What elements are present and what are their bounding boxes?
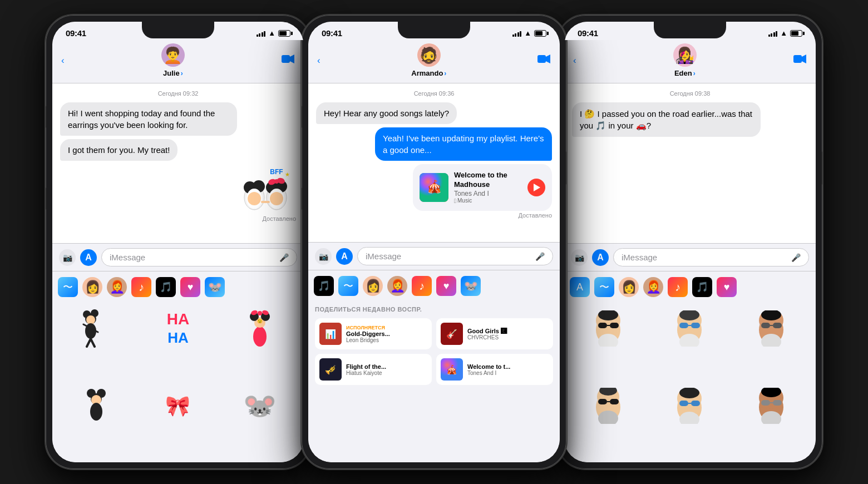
app-icon-waveform[interactable]: 〜	[594, 277, 614, 297]
memoji-item[interactable]	[652, 306, 729, 350]
message-input[interactable]: iMessage 🎤	[357, 247, 553, 265]
app-icon-waveform[interactable]: 〜	[58, 277, 78, 297]
app-icon-music[interactable]: ♪	[131, 277, 151, 297]
app-icon-appstore[interactable]: A	[570, 277, 590, 297]
music-panel-item[interactable]: 🎺 Flight of the... Hiatus Kaiyote	[315, 354, 432, 385]
timestamp: Сегодня 09:36	[316, 90, 552, 97]
play-button[interactable]	[527, 179, 545, 196]
sticker-item[interactable]	[58, 384, 135, 428]
app-icon-memoji1[interactable]: 👩	[363, 276, 383, 296]
sticker-item[interactable]	[58, 306, 135, 350]
svg-rect-66	[679, 323, 688, 328]
chevron-right-icon: ›	[693, 70, 696, 77]
music-grid: 📊 ИСПОЛНЯЕТСЯ Gold-Diggers... Leon Bridg…	[315, 318, 553, 385]
app-icon-music[interactable]: ♪	[668, 277, 688, 297]
music-artist-2: CHVRCHES	[467, 334, 549, 340]
camera-button[interactable]: 📷	[571, 249, 588, 266]
app-icon-memoji2[interactable]: 👩‍🦰	[107, 277, 127, 297]
apps-button[interactable]: A	[336, 248, 353, 265]
video-call-button[interactable]	[537, 54, 551, 67]
apps-button[interactable]: A	[80, 249, 97, 266]
app-icon-vinyl[interactable]: 🎵	[692, 277, 712, 297]
apps-button[interactable]: A	[592, 249, 609, 266]
svg-rect-53	[793, 55, 802, 63]
status-time: 09:41	[66, 28, 86, 38]
svg-rect-75	[773, 323, 782, 328]
phone-armando: 09:41 ▲ ‹	[300, 14, 568, 470]
svg-text:🎺: 🎺	[325, 364, 336, 375]
status-icons: ▲	[768, 29, 802, 37]
music-panel: ПОДЕЛИТЬСЯ НЕДАВНО ВОСПР. 📊 ИС	[308, 299, 560, 462]
message-input[interactable]: iMessage 🎤	[613, 248, 809, 266]
input-placeholder: iMessage	[110, 253, 145, 262]
back-button[interactable]: ‹	[317, 55, 320, 66]
message-input[interactable]: iMessage 🎤	[101, 248, 297, 266]
music-source:  Music	[454, 197, 522, 204]
status-icons: ▲	[257, 29, 290, 37]
music-art-4: 🎪	[441, 358, 463, 381]
video-call-button[interactable]	[793, 54, 807, 67]
app-icon-memoji2[interactable]: 👩‍🦰	[387, 276, 407, 296]
svg-marker-1	[290, 55, 294, 63]
app-icon-mickey[interactable]: 🐭	[461, 276, 481, 296]
app-icon-heart[interactable]: ♥	[717, 277, 737, 297]
back-button[interactable]: ‹	[61, 55, 65, 66]
app-icon-memoji1[interactable]: 👩	[82, 277, 102, 297]
svg-rect-67	[691, 323, 700, 328]
input-placeholder: iMessage	[366, 251, 401, 261]
sticker-message: BFF ★ Доставлено	[235, 164, 296, 222]
contact-name: Eden ›	[674, 69, 696, 77]
memoji-item[interactable]	[570, 306, 647, 350]
camera-button[interactable]: 📷	[315, 248, 332, 265]
app-icon-heart[interactable]: ♥	[180, 277, 200, 297]
playing-badge: ИСПОЛНЯЕТСЯ	[346, 325, 427, 330]
memoji-item[interactable]	[733, 384, 810, 428]
app-icon-mickey[interactable]: 🐭	[205, 277, 225, 297]
back-button[interactable]: ‹	[573, 55, 576, 66]
music-artist-1: Leon Bridges	[346, 337, 427, 343]
avatar: 🧔	[417, 43, 441, 67]
music-card[interactable]: 🎪 Welcome to theMadhouse Tones And I  M…	[413, 164, 552, 211]
notch	[654, 22, 726, 38]
status-icons: ▲	[512, 29, 546, 37]
sticker-item[interactable]: HA HA	[140, 306, 217, 350]
svg-marker-54	[802, 55, 806, 63]
music-panel-title: ПОДЕЛИТЬСЯ НЕДАВНО ВОСПР.	[315, 306, 553, 313]
contact-info[interactable]: 👩‍🎤 Eden ›	[673, 43, 697, 77]
message-bubble: I got them for you. My treat!	[60, 139, 177, 161]
app-icon-heart[interactable]: ♥	[436, 276, 456, 296]
chat-header: ‹ 👩‍🎤 Eden ›	[564, 40, 816, 83]
contact-info[interactable]: 🧑‍🦱 Julie ›	[161, 43, 185, 77]
svg-text:🎸: 🎸	[446, 329, 457, 339]
app-icon-vinyl[interactable]: 🎵	[156, 277, 176, 297]
music-art-2: 🎸	[441, 323, 463, 345]
sticker-item[interactable]: 🐭	[221, 384, 298, 428]
chevron-right-icon: ›	[444, 70, 446, 77]
music-panel-item[interactable]: 🎪 Welcome to t... Tones And I	[436, 354, 553, 385]
wifi-icon: ▲	[780, 29, 787, 37]
app-icon-memoji1[interactable]: 👩	[619, 277, 639, 297]
wifi-icon: ▲	[524, 29, 531, 37]
memoji-item[interactable]	[652, 384, 729, 428]
app-icon-waveform[interactable]: 〜	[338, 276, 358, 296]
sticker-item[interactable]: 😉	[221, 306, 298, 350]
app-icon-music[interactable]: ♪	[412, 276, 432, 296]
camera-button[interactable]: 📷	[59, 249, 76, 266]
svg-point-14	[270, 192, 283, 205]
music-panel-item[interactable]: 🎸 Good Girls 🅴 CHVRCHES	[436, 318, 553, 349]
svg-rect-0	[282, 55, 290, 63]
mic-icon: 🎤	[279, 253, 289, 262]
chat-header: ‹ 🧑‍🦱 Julie ›	[52, 40, 304, 83]
video-call-button[interactable]	[282, 54, 295, 67]
music-panel-item[interactable]: 📊 ИСПОЛНЯЕТСЯ Gold-Diggers... Leon Bridg…	[315, 318, 432, 349]
delivered-label: Доставлено	[518, 212, 552, 219]
music-info-4: Welcome to t... Tones And I	[467, 363, 549, 376]
sticker-item[interactable]: 🎀	[140, 384, 217, 428]
memoji-item[interactable]	[733, 306, 810, 350]
app-icon-memoji2[interactable]: 👩‍🦰	[643, 277, 663, 297]
app-icon-vinyl[interactable]: 🎵	[314, 276, 334, 296]
music-title-2: Good Girls 🅴	[467, 328, 549, 334]
memoji-item[interactable]	[570, 384, 647, 428]
contact-info[interactable]: 🧔 Armando ›	[411, 43, 446, 77]
timestamp: Сегодня 09:32	[60, 90, 296, 97]
